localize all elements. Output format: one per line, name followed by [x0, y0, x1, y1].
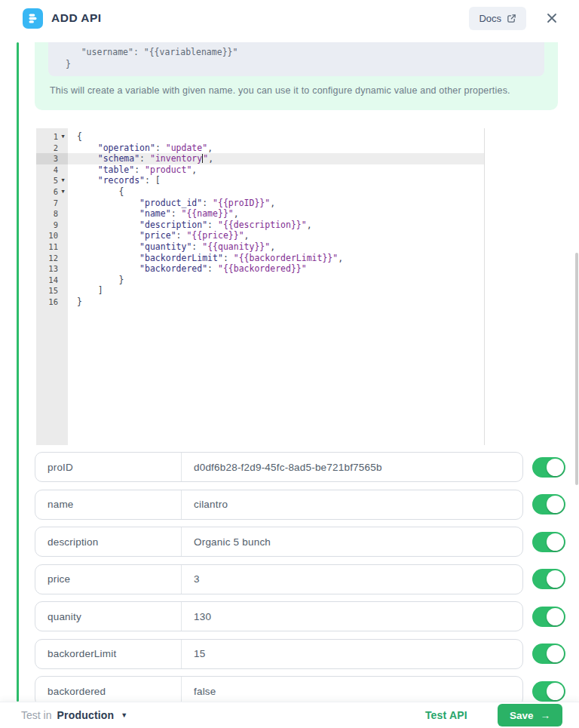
line-number: 15 [48, 285, 58, 296]
variable-row-box: namecilantro [35, 490, 523, 520]
snippet-line: "username": "{{variablename}}" [60, 46, 544, 58]
variable-name-field[interactable]: proID [35, 453, 182, 481]
editor-code[interactable]: } [68, 296, 484, 308]
variable-value-field[interactable]: 130 [182, 602, 522, 631]
editor-code[interactable]: "backordered": "{{backordered}}" [68, 263, 484, 275]
arrow-right-icon: → [541, 710, 551, 721]
line-number: 16 [48, 296, 58, 308]
variable-row: proIDd0df6b28-f2d9-45fc-8ad5-be721bf7565… [35, 452, 565, 482]
test-api-button[interactable]: Test API [425, 709, 467, 721]
editor-line[interactable]: 3 "schema": "inventory", [36, 153, 484, 164]
editor-gutter-cell: 9 [36, 220, 68, 231]
line-number: 14 [48, 275, 58, 286]
fold-caret-icon[interactable]: ▼ [58, 131, 68, 143]
editor-gutter-cell: 16 [36, 296, 68, 308]
editor-gutter-cell: 5▼ [36, 175, 68, 186]
editor-line[interactable]: 4 "table": "product", [36, 164, 484, 176]
editor-code[interactable]: ] [68, 285, 484, 296]
variable-name-field[interactable]: price [35, 565, 182, 594]
editor-line[interactable]: 13 "backordered": "{{backordered}}" [36, 263, 484, 275]
editor-line[interactable]: 10 "price": "{{price}}", [36, 230, 484, 241]
docs-label: Docs [479, 13, 501, 24]
variable-name-field[interactable]: name [35, 490, 182, 519]
variable-toggle[interactable] [532, 644, 565, 664]
editor-line[interactable]: 1▼{ [36, 131, 484, 143]
external-link-icon [507, 14, 516, 23]
editor-code[interactable]: } [68, 275, 484, 286]
variable-value-field[interactable]: 3 [182, 565, 522, 594]
editor-line[interactable]: 12 "backorderLimit": "{{backorderLimit}}… [36, 253, 484, 264]
line-number: 10 [48, 230, 58, 241]
variable-value-field[interactable]: Organic 5 bunch [182, 527, 522, 556]
editor-line[interactable]: 2 "operation": "update", [36, 143, 484, 154]
editor-code[interactable]: "backorderLimit": "{{backorderLimit}}", [68, 253, 484, 264]
scrollbar-thumb[interactable] [575, 253, 578, 485]
editor-code[interactable]: "name": "{{name}}", [68, 208, 484, 220]
add-api-modal: ADD API Docs "username": "{{variablename… [0, 0, 579, 728]
editor-code[interactable]: "schema": "inventory", [68, 153, 484, 164]
editor-gutter-cell: 8 [36, 208, 68, 220]
editor-line[interactable]: 7 "product_id": "{{proID}}", [36, 198, 484, 209]
variable-name-field[interactable]: quanity [35, 602, 182, 631]
editor-line[interactable]: 6▼ { [36, 186, 484, 198]
toggle-knob [547, 496, 564, 513]
variable-info-panel: "username": "{{variablename}}" } This wi… [35, 42, 558, 110]
editor-line[interactable]: 15 ] [36, 285, 484, 296]
variable-toggle[interactable] [532, 607, 565, 627]
environment-selector[interactable]: Test in Production ▼ [21, 709, 127, 721]
editor-code[interactable]: "description": "{{description}}", [68, 220, 484, 231]
line-number: 12 [48, 253, 58, 264]
toggle-knob [547, 459, 564, 476]
variable-toggle[interactable] [532, 681, 565, 702]
editor-code[interactable]: "table": "product", [68, 164, 484, 176]
save-label: Save [510, 710, 534, 721]
variable-value-field[interactable]: cilantro [182, 490, 522, 519]
variable-row: namecilantro [35, 490, 565, 520]
editor-code[interactable]: "price": "{{price}}", [68, 230, 484, 241]
fold-caret-icon[interactable]: ▼ [58, 186, 68, 198]
editor-code[interactable]: { [68, 186, 484, 198]
editor-gutter-cell: 11 [36, 241, 68, 253]
editor-lines: 1▼{2 "operation": "update",3 "schema": "… [36, 131, 484, 308]
editor-line[interactable]: 11 "quantity": "{{quanity}}", [36, 241, 484, 253]
variable-name-field[interactable]: backorderLimit [35, 640, 182, 668]
editor-line[interactable]: 16} [36, 296, 484, 308]
close-button[interactable] [543, 9, 561, 27]
editor-line[interactable]: 14 } [36, 275, 484, 286]
line-number: 11 [48, 241, 58, 253]
variable-value-field[interactable]: d0df6b28-f2d9-45fc-8ad5-be721bf7565b [182, 453, 522, 481]
editor-code[interactable]: { [68, 131, 484, 143]
line-number: 4 [54, 164, 58, 176]
toggle-knob [547, 683, 564, 700]
json-editor[interactable]: 1▼{2 "operation": "update",3 "schema": "… [36, 128, 485, 445]
variable-toggle[interactable] [532, 532, 565, 552]
editor-gutter-cell: 10 [36, 230, 68, 241]
editor-line[interactable]: 8 "name": "{{name}}", [36, 208, 484, 220]
variable-toggle[interactable] [532, 569, 565, 589]
variable-row-box: price3 [35, 564, 523, 594]
variable-row-box: proIDd0df6b28-f2d9-45fc-8ad5-be721bf7565… [35, 452, 523, 482]
modal-header: ADD API Docs [0, 0, 579, 36]
fold-caret-icon[interactable]: ▼ [58, 175, 68, 186]
editor-line[interactable]: 9 "description": "{{description}}", [36, 220, 484, 231]
editor-code[interactable]: "records": [ [68, 175, 484, 186]
docs-button[interactable]: Docs [469, 7, 526, 30]
variable-name-field[interactable]: description [35, 527, 182, 556]
variable-row-box: backorderLimit15 [35, 639, 523, 669]
close-icon [546, 12, 558, 24]
editor-gutter-cell: 3 [36, 153, 68, 164]
modal-body: "username": "{{variablename}}" } This wi… [0, 42, 579, 728]
variable-value-field[interactable]: 15 [182, 640, 522, 668]
editor-gutter-cell: 1▼ [36, 131, 68, 143]
save-button[interactable]: Save → [498, 704, 562, 726]
variable-toggle[interactable] [532, 457, 565, 478]
variable-toggle[interactable] [532, 494, 565, 515]
line-number: 13 [48, 263, 58, 275]
caret-down-icon: ▼ [121, 711, 127, 719]
editor-line[interactable]: 5▼ "records": [ [36, 175, 484, 186]
editor-code[interactable]: "product_id": "{{proID}}", [68, 198, 484, 209]
editor-code[interactable]: "operation": "update", [68, 143, 484, 154]
app-logo-icon [23, 8, 43, 29]
editor-code[interactable]: "quantity": "{{quanity}}", [68, 241, 484, 253]
environment-name: Production [57, 709, 114, 721]
